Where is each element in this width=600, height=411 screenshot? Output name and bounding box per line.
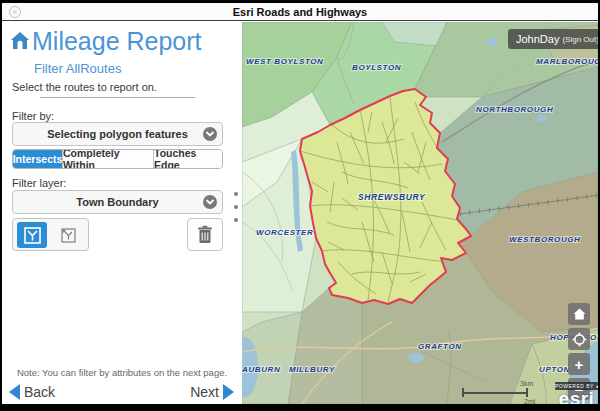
town-label: WORCESTER [256,228,313,237]
selection-tool-group [12,218,89,251]
esri-wordmark: esri [555,390,598,404]
filter-by-value: Selecting polygon features [47,128,188,140]
trash-icon [197,225,213,244]
chevron-right-icon [223,384,234,400]
scale-bar: 3km 2mi [460,380,542,404]
filter-layer-label: Filter layer: [12,177,66,189]
next-button[interactable]: Next [190,384,234,400]
intersects-button[interactable]: Intersects [13,150,63,168]
app-window: × Esri Roads and Highways Mileage Report… [2,3,598,404]
draw-selection-button[interactable] [53,222,83,248]
home-icon [9,30,31,56]
touches-edge-button[interactable]: Touches Edge [154,150,222,168]
page-title: Mileage Report [32,27,202,56]
chevron-down-icon [203,195,217,209]
user-name: JohnDay [516,33,559,45]
town-label: MILLBURY [289,365,335,374]
town-label: WESTBOROUGH [509,235,581,244]
locate-button[interactable] [568,328,590,350]
town-label: BOYLSTON [352,63,401,72]
app-title: Esri Roads and Highways [2,6,598,18]
page-subtitle: Filter AllRoutes [34,61,121,76]
esri-logo: POWERED BY ● esri [555,382,598,404]
chevron-down-icon [203,127,217,141]
home-extent-button[interactable] [568,303,590,325]
title-bar: × Esri Roads and Highways [2,3,598,21]
scale-km-label: 3km [520,380,533,387]
select-by-polygon-button[interactable] [17,222,47,248]
clear-selection-button[interactable] [187,218,223,251]
panel-drag-handle[interactable] [234,192,240,222]
plus-icon: + [575,356,584,373]
town-label: NORTHBOROUGH [476,105,553,114]
user-signout-button[interactable]: JohnDay (Sign Out) [508,29,598,49]
zoom-in-button[interactable]: + [568,353,590,375]
town-label: UPTON [539,365,570,374]
spatial-relation-group: Intersects Completely Within Touches Edg… [12,149,223,169]
town-label: WEST BOYLSTON [246,57,323,66]
select-by-polygon-icon [23,226,42,245]
filter-layer-dropdown[interactable]: Town Boundary [12,190,223,214]
draw-selection-icon [59,226,78,245]
town-label: GRAFTON [418,342,462,351]
mileage-report-panel: Mileage Report Filter AllRoutes Select t… [2,22,242,404]
home-icon [573,308,586,320]
filter-by-label: Filter by: [12,110,54,122]
sign-out-label: (Sign Out) [562,35,598,44]
selected-town-label: SHREWSBURY [358,192,426,202]
back-label: Back [24,384,55,400]
town-label: MARLBOROUGH [536,57,598,66]
instruction-text: Select the routes to report on. [12,81,157,93]
next-label: Next [190,384,219,400]
note-text: Note: You can filter by attributes on th… [2,367,242,378]
back-button[interactable]: Back [9,384,55,400]
scale-line [462,392,528,394]
chevron-left-icon [9,384,20,400]
map-canvas[interactable]: WEST BOYLSTON BOYLSTON MARLBOROUGH NORTH… [242,22,598,404]
town-label: AUBURN [242,365,280,374]
basemap: WEST BOYLSTON BOYLSTON MARLBOROUGH NORTH… [242,22,598,404]
filter-by-dropdown[interactable]: Selecting polygon features [12,122,223,146]
scale-mi-label: 2mi [524,398,535,404]
divider [40,97,195,98]
locate-icon [572,332,587,347]
completely-within-button[interactable]: Completely Within [63,150,154,168]
filter-layer-value: Town Boundary [76,196,158,208]
